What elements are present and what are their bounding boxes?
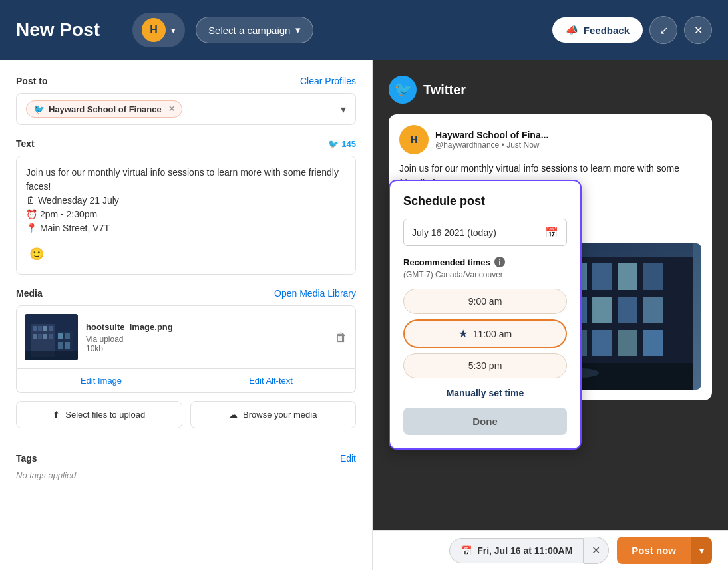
- media-item: hootsuite_image.png Via upload 10kb 🗑: [16, 305, 356, 369]
- main-content: Post to Clear Profiles 🐦 Hayward School …: [0, 60, 728, 570]
- campaign-label: Select a campaign: [208, 25, 290, 36]
- svg-rect-38: [643, 263, 663, 290]
- svg-rect-36: [592, 263, 612, 290]
- media-section: Media Open Media Library: [16, 288, 356, 428]
- manually-set-time-link[interactable]: Manually set time: [403, 388, 567, 398]
- recommended-times-label: Recommended times i: [403, 257, 567, 267]
- scheduled-time-display[interactable]: 📅 Fri, Jul 16 at 11:00AM: [449, 538, 584, 563]
- account-selector-button[interactable]: H ▾: [132, 13, 185, 47]
- media-via: Via upload: [86, 335, 327, 344]
- upload-icon: ⬆: [53, 410, 60, 420]
- time-9am-label: 9:00 am: [468, 296, 502, 307]
- delete-media-button[interactable]: 🗑: [335, 331, 347, 345]
- post-to-dropdown[interactable]: 🐦 Hayward School of Finance ✕ ▾: [16, 93, 356, 125]
- media-header: Media Open Media Library: [16, 288, 356, 299]
- post-now-dropdown-button[interactable]: ▾: [691, 537, 712, 564]
- select-files-button[interactable]: ⬆ Select files to upload: [16, 401, 182, 428]
- media-label: Media: [16, 288, 43, 299]
- clear-schedule-button[interactable]: ✕: [584, 537, 609, 564]
- char-count-value: 145: [341, 139, 356, 149]
- remove-profile-icon[interactable]: ✕: [168, 104, 175, 114]
- header-actions: 📣 Feedback ↙ ✕: [552, 16, 712, 44]
- time-option-9am[interactable]: 9:00 am: [403, 289, 567, 314]
- svg-rect-46: [643, 330, 663, 356]
- open-media-library-link[interactable]: Open Media Library: [274, 288, 356, 299]
- calendar-icon: 📅: [545, 226, 558, 239]
- post-to-label: Post to: [16, 76, 47, 86]
- svg-rect-2: [33, 326, 37, 331]
- post-now-button[interactable]: Post now: [617, 537, 691, 564]
- browse-media-button[interactable]: ☁ Browse your media: [190, 401, 357, 428]
- recommended-text: Recommended times: [403, 257, 490, 267]
- text-area[interactable]: Join us for our monthly virtual info ses…: [16, 156, 356, 275]
- emoji-button[interactable]: 🙂: [26, 243, 47, 265]
- dropdown-arrow-icon: ▾: [341, 103, 346, 116]
- account-avatar: H: [142, 18, 166, 42]
- tweet-time: Just Now: [506, 140, 539, 150]
- svg-rect-5: [49, 326, 53, 331]
- text-content: Join us for our monthly virtual info ses…: [26, 166, 346, 235]
- time-option-11am[interactable]: ★ 11:00 am: [403, 319, 567, 348]
- media-filename: hootsuite_image.png: [86, 322, 327, 332]
- post-now-container: Post now ▾: [617, 537, 712, 564]
- edit-image-button[interactable]: Edit Image: [17, 369, 186, 392]
- date-input[interactable]: July 16 2021 (today) 📅: [403, 219, 567, 246]
- svg-rect-3: [38, 326, 42, 331]
- left-panel: Post to Clear Profiles 🐦 Hayward School …: [0, 60, 373, 570]
- svg-rect-6: [33, 334, 37, 339]
- time-option-530pm[interactable]: 5:30 pm: [403, 353, 567, 378]
- char-count: 🐦 145: [328, 139, 356, 149]
- media-actions: Edit Image Edit Alt-text: [16, 369, 356, 393]
- minimize-icon: ↙: [659, 24, 668, 37]
- tags-edit-link[interactable]: Edit: [340, 453, 356, 464]
- twitter-icon: 🐦: [33, 104, 45, 114]
- building-thumbnail-svg: [25, 314, 78, 360]
- feedback-button[interactable]: 📣 Feedback: [552, 17, 643, 43]
- svg-rect-45: [618, 330, 637, 356]
- tweet-dot: •: [502, 140, 507, 150]
- edit-alt-text-button[interactable]: Edit Alt-text: [186, 369, 355, 392]
- twitter-platform-label: Twitter: [423, 82, 466, 98]
- tags-label: Tags: [16, 453, 37, 464]
- tags-section: Tags Edit No tags applied: [16, 442, 356, 480]
- svg-rect-37: [618, 263, 637, 290]
- info-icon: i: [494, 257, 505, 267]
- svg-rect-40: [592, 297, 612, 323]
- time-530pm-label: 5:30 pm: [468, 360, 502, 371]
- minimize-button[interactable]: ↙: [649, 16, 677, 44]
- no-tags-label: No tags applied: [16, 470, 356, 480]
- time-11am-label: 11:00 am: [473, 329, 512, 339]
- twitter-icon-count: 🐦: [328, 139, 339, 149]
- tweet-handle-time: @haywardfinance • Just Now: [435, 140, 701, 150]
- media-info: hootsuite_image.png Via upload 10kb: [86, 322, 327, 353]
- svg-rect-44: [592, 330, 612, 356]
- tweet-author-row: H Hayward School of Fina... @haywardfina…: [399, 125, 701, 154]
- profile-tag: 🐦 Hayward School of Finance ✕: [26, 100, 182, 118]
- header-divider: [116, 17, 116, 43]
- tweet-handle: @haywardfinance: [435, 140, 499, 150]
- megaphone-icon: 📣: [566, 24, 578, 36]
- tweet-author-info: Hayward School of Fina... @haywardfinanc…: [435, 130, 701, 150]
- svg-rect-13: [58, 342, 63, 349]
- browse-media-label: Browse your media: [243, 410, 317, 420]
- media-thumbnail: [25, 314, 78, 360]
- svg-rect-4: [43, 326, 47, 331]
- done-button[interactable]: Done: [403, 408, 567, 435]
- close-icon: ✕: [694, 24, 703, 37]
- tweet-avatar: H: [399, 125, 429, 154]
- clear-profiles-link[interactable]: Clear Profiles: [300, 76, 356, 86]
- svg-rect-14: [65, 342, 70, 349]
- campaign-selector-button[interactable]: Select a campaign ▾: [196, 17, 313, 43]
- time-options: 9:00 am ★ 11:00 am 5:30 pm: [403, 289, 567, 378]
- svg-rect-41: [618, 297, 637, 323]
- svg-rect-12: [65, 333, 70, 339]
- bottom-bar: 📅 Fri, Jul 16 at 11:00AM ✕ Post now ▾: [373, 530, 728, 570]
- svg-rect-42: [643, 297, 663, 323]
- schedule-title: Schedule post: [403, 194, 567, 208]
- twitter-logo-icon: 🐦: [389, 76, 417, 104]
- close-button[interactable]: ✕: [684, 16, 712, 44]
- schedule-post-panel: Schedule post July 16 2021 (today) 📅 Rec…: [389, 180, 582, 450]
- right-panel: 🐦 Twitter H Hayward School of Fina... @h…: [373, 60, 728, 570]
- text-label: Text: [16, 138, 35, 149]
- text-header: Text 🐦 145: [16, 138, 356, 149]
